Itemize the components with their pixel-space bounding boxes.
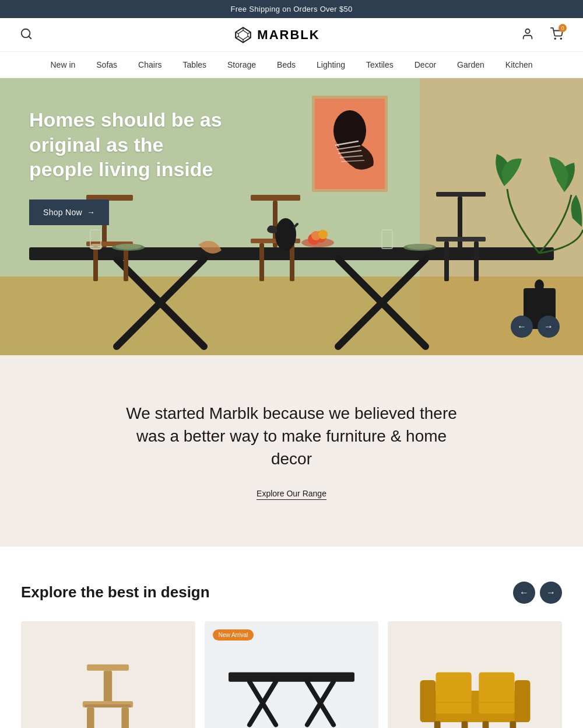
nav-item-storage[interactable]: Storage bbox=[227, 60, 256, 69]
svg-rect-35 bbox=[251, 195, 300, 201]
hero-prev-button[interactable]: ← bbox=[511, 316, 533, 338]
svg-rect-80 bbox=[434, 721, 440, 728]
svg-rect-77 bbox=[479, 691, 514, 713]
svg-point-56 bbox=[407, 244, 433, 250]
product-card-3[interactable] bbox=[388, 621, 562, 728]
svg-point-46 bbox=[115, 244, 141, 250]
main-nav: New in Sofas Chairs Tables Storage Beds … bbox=[0, 52, 583, 78]
search-icon bbox=[20, 27, 33, 40]
table-product-image bbox=[210, 633, 373, 728]
svg-rect-63 bbox=[87, 707, 94, 728]
svg-rect-73 bbox=[514, 680, 530, 722]
svg-rect-34 bbox=[124, 246, 128, 281]
products-section-title: Explore the best in design bbox=[21, 583, 210, 601]
svg-rect-33 bbox=[93, 246, 98, 281]
svg-point-10 bbox=[525, 29, 529, 33]
top-banner: Free Shipping on Orders Over $50 bbox=[0, 0, 583, 18]
svg-rect-44 bbox=[474, 242, 479, 281]
shop-now-label: Shop Now bbox=[43, 208, 82, 217]
svg-rect-42 bbox=[436, 237, 486, 242]
nav-item-lighting[interactable]: Lighting bbox=[317, 60, 345, 69]
nav-item-beds[interactable]: Beds bbox=[277, 60, 296, 69]
header-left bbox=[17, 25, 35, 44]
svg-rect-38 bbox=[259, 243, 264, 281]
product-card-1[interactable] bbox=[21, 621, 195, 728]
product-card-2-inner: New Arrival bbox=[205, 621, 379, 728]
cart-button[interactable]: 0 bbox=[548, 25, 566, 44]
chair-product-image bbox=[55, 633, 160, 728]
hero-next-button[interactable]: → bbox=[538, 316, 560, 338]
mission-text: We started Marblk because we believed th… bbox=[117, 402, 466, 471]
hero-arrows: ← → bbox=[511, 316, 560, 338]
svg-rect-16 bbox=[0, 276, 583, 355]
svg-rect-66 bbox=[229, 672, 354, 681]
hero-content: Homes should be as original as the peopl… bbox=[29, 107, 227, 225]
product-card-1-inner bbox=[21, 621, 195, 728]
svg-rect-81 bbox=[461, 721, 468, 728]
svg-point-54 bbox=[318, 230, 328, 239]
user-icon bbox=[521, 27, 534, 40]
nav-item-new-in[interactable]: New in bbox=[50, 60, 75, 69]
new-arrival-badge: New Arrival bbox=[213, 629, 254, 640]
products-next-icon: → bbox=[546, 587, 556, 598]
hero-section: Homes should be as original as the peopl… bbox=[0, 78, 583, 355]
product-card-2[interactable]: New Arrival bbox=[205, 621, 379, 728]
logo-icon bbox=[234, 26, 252, 44]
products-arrows: ← → bbox=[513, 582, 562, 604]
svg-rect-60 bbox=[87, 664, 129, 671]
nav-item-kitchen[interactable]: Kitchen bbox=[505, 60, 533, 69]
svg-point-49 bbox=[275, 218, 296, 251]
products-grid: New Arrival bbox=[21, 621, 562, 728]
prev-arrow-icon: ← bbox=[517, 321, 526, 332]
products-section: Explore the best in design ← → bbox=[0, 547, 583, 728]
arrow-right-icon: → bbox=[87, 208, 95, 217]
logo-text: MARBLK bbox=[257, 27, 319, 43]
cart-count: 0 bbox=[559, 24, 567, 32]
nav-item-decor[interactable]: Decor bbox=[415, 60, 436, 69]
svg-line-1 bbox=[29, 36, 31, 38]
logo[interactable]: MARBLK bbox=[234, 26, 319, 44]
mission-section: We started Marblk because we believed th… bbox=[0, 355, 583, 547]
nav-item-sofas[interactable]: Sofas bbox=[96, 60, 117, 69]
nav-item-tables[interactable]: Tables bbox=[183, 60, 206, 69]
products-header: Explore the best in design ← → bbox=[21, 582, 562, 604]
svg-point-11 bbox=[554, 38, 556, 39]
products-prev-icon: ← bbox=[519, 587, 529, 598]
svg-rect-61 bbox=[104, 670, 112, 705]
svg-rect-72 bbox=[420, 680, 436, 722]
product-card-3-inner bbox=[388, 621, 562, 728]
svg-rect-64 bbox=[122, 707, 129, 728]
svg-rect-82 bbox=[482, 721, 489, 728]
next-arrow-icon: → bbox=[544, 321, 553, 332]
header: MARBLK 0 bbox=[0, 18, 583, 52]
svg-rect-40 bbox=[436, 192, 486, 197]
account-button[interactable] bbox=[519, 25, 536, 44]
banner-text: Free Shipping on Orders Over $50 bbox=[230, 5, 352, 13]
products-next-button[interactable]: → bbox=[540, 582, 562, 604]
nav-item-chairs[interactable]: Chairs bbox=[138, 60, 161, 69]
explore-range-link[interactable]: Explore Our Range bbox=[257, 489, 326, 500]
svg-point-12 bbox=[560, 38, 561, 39]
svg-rect-65 bbox=[85, 704, 131, 707]
nav-item-garden[interactable]: Garden bbox=[457, 60, 484, 69]
header-right: 0 bbox=[519, 25, 566, 44]
sofa-product-image bbox=[411, 633, 539, 728]
products-prev-button[interactable]: ← bbox=[513, 582, 535, 604]
hero-title: Homes should be as original as the peopl… bbox=[29, 107, 227, 182]
svg-marker-3 bbox=[238, 30, 248, 40]
shop-now-button[interactable]: Shop Now → bbox=[29, 200, 109, 225]
svg-rect-83 bbox=[510, 721, 516, 728]
search-button[interactable] bbox=[17, 25, 35, 44]
svg-point-59 bbox=[535, 279, 544, 291]
svg-rect-43 bbox=[444, 242, 449, 281]
nav-item-textiles[interactable]: Textiles bbox=[366, 60, 394, 69]
svg-rect-76 bbox=[436, 691, 471, 713]
